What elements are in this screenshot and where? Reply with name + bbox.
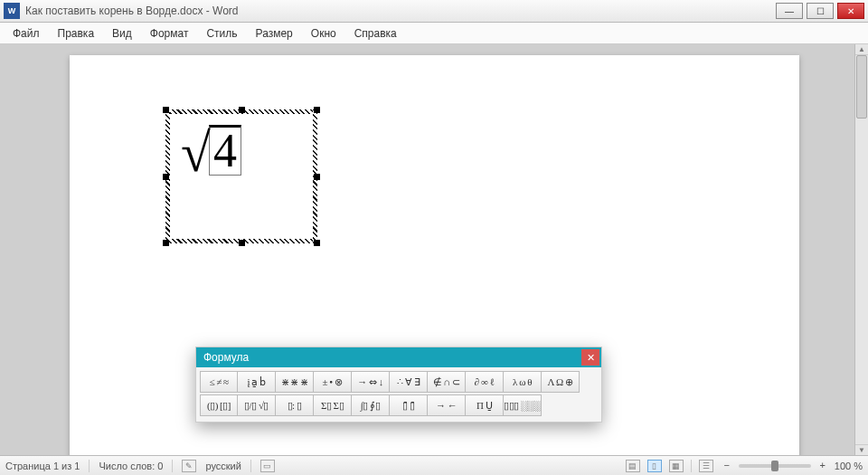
equation-object[interactable]: √ 4 (165, 109, 317, 243)
menu-view[interactable]: Вид (103, 24, 141, 43)
menu-bar: Файл Правка Вид Формат Стиль Размер Окно… (0, 23, 868, 44)
workspace: √ 4 ▲ ▼ Формула ✕ ≤ ≠ ≈ į a̱ ḃ ⋇ ⋇ ⋇ ± •… (0, 44, 868, 455)
scroll-down-arrow-icon[interactable]: ▼ (855, 444, 868, 455)
menu-style[interactable]: Стиль (197, 24, 246, 43)
close-button[interactable]: ✕ (837, 3, 864, 19)
formula-body: ≤ ≠ ≈ į a̱ ḃ ⋇ ⋇ ⋇ ± • ⊗ → ⇔ ↓ ∴ ∀ ∃ ∉ ∩… (196, 367, 601, 422)
zoom-out-button[interactable]: − (721, 460, 733, 472)
zoom-value[interactable]: 100 % (835, 461, 863, 471)
formula-btn-fractions-roots[interactable]: ▯/▯ √▯ (238, 394, 276, 416)
status-language[interactable]: русский (205, 461, 241, 471)
resize-handle[interactable] (239, 240, 245, 246)
menu-file[interactable]: Файл (4, 24, 49, 43)
window-titlebar: W Как поставить корень в Ворде.docx - Wo… (0, 0, 868, 23)
formula-btn-misc[interactable]: ∂ ∞ ℓ (466, 371, 504, 393)
formula-btn-brackets[interactable]: (▯) [▯] (200, 394, 238, 416)
resize-handle[interactable] (163, 174, 169, 180)
formula-titlebar[interactable]: Формула ✕ (196, 347, 601, 367)
formula-toolbar-window[interactable]: Формула ✕ ≤ ≠ ≈ į a̱ ḃ ⋇ ⋇ ⋇ ± • ⊗ → ⇔ ↓… (195, 347, 602, 423)
formula-btn-products[interactable]: Π U̱ (466, 394, 504, 416)
insert-mode-icon[interactable]: ▭ (260, 460, 275, 472)
formula-btn-sub-sup[interactable]: ▯: ▯ (276, 394, 314, 416)
formula-btn-accents[interactable]: į a̱ ḃ (238, 371, 276, 393)
menu-window[interactable]: Окно (302, 24, 345, 43)
formula-btn-logic[interactable]: ∴ ∀ ∃ (390, 371, 428, 393)
resize-handle[interactable] (163, 240, 169, 246)
formula-btn-overbar[interactable]: ▯̄ ▯̄ (390, 394, 428, 416)
formula-row-1: ≤ ≠ ≈ į a̱ ḃ ⋇ ⋇ ⋇ ± • ⊗ → ⇔ ↓ ∴ ∀ ∃ ∉ ∩… (200, 371, 598, 393)
vertical-scrollbar[interactable]: ▲ ▼ (854, 44, 868, 455)
formula-btn-greek-lower[interactable]: λ ω θ (504, 371, 542, 393)
formula-btn-sums[interactable]: Σ▯ Σ▯ (314, 394, 352, 416)
resize-handle[interactable] (314, 174, 320, 180)
radicand-value[interactable]: 4 (209, 125, 241, 176)
formula-btn-greek-upper[interactable]: Λ Ω ⊕ (542, 371, 580, 393)
formula-close-button[interactable]: ✕ (581, 349, 599, 366)
view-outline-icon[interactable]: ☰ (699, 460, 713, 472)
app-icon: W (4, 3, 20, 19)
spellcheck-icon[interactable]: ✎ (182, 460, 196, 472)
maximize-button[interactable]: ☐ (807, 3, 834, 19)
zoom-slider[interactable] (739, 464, 811, 468)
menu-format[interactable]: Формат (141, 24, 198, 43)
resize-handle[interactable] (163, 107, 169, 113)
resize-handle[interactable] (314, 107, 320, 113)
equation-content[interactable]: √ 4 (181, 125, 241, 176)
status-wordcount[interactable]: Число слов: 0 (99, 461, 163, 471)
window-controls: — ☐ ✕ (776, 3, 864, 19)
menu-help[interactable]: Справка (345, 24, 406, 43)
formula-btn-dots[interactable]: ⋇ ⋇ ⋇ (276, 371, 314, 393)
formula-btn-arrows[interactable]: → ⇔ ↓ (352, 371, 390, 393)
view-web-icon[interactable]: ▦ (669, 460, 684, 472)
status-page[interactable]: Страница 1 из 1 (5, 461, 80, 471)
status-bar: Страница 1 из 1 Число слов: 0 ✎ русский … (0, 455, 868, 475)
resize-handle[interactable] (314, 240, 320, 246)
formula-title-text: Формула (203, 351, 249, 364)
formula-btn-matrices[interactable]: ▯▯▯ ░░░ (504, 394, 542, 416)
menu-size[interactable]: Размер (247, 24, 302, 43)
view-print-icon[interactable]: ▯ (647, 460, 662, 472)
formula-btn-integrals[interactable]: ∫▯ ∮▯ (352, 394, 390, 416)
radical-icon: √ (181, 128, 211, 179)
zoom-thumb[interactable] (771, 461, 778, 471)
formula-btn-sets[interactable]: ∉ ∩ ⊂ (428, 371, 466, 393)
formula-row-2: (▯) [▯] ▯/▯ √▯ ▯: ▯ Σ▯ Σ▯ ∫▯ ∮▯ ▯̄ ▯̄ → … (200, 394, 598, 416)
scroll-up-arrow-icon[interactable]: ▲ (855, 44, 868, 55)
zoom-in-button[interactable]: + (816, 460, 829, 472)
scroll-thumb[interactable] (856, 55, 867, 119)
zoom-control: − + 100 % (721, 460, 863, 472)
formula-btn-relations[interactable]: ≤ ≠ ≈ (200, 371, 238, 393)
menu-edit[interactable]: Правка (49, 24, 104, 43)
view-read-icon[interactable]: ▤ (626, 460, 640, 472)
resize-handle[interactable] (239, 107, 245, 113)
minimize-button[interactable]: — (776, 3, 803, 19)
formula-btn-labeled-arrows[interactable]: → ← (428, 394, 466, 416)
window-title: Как поставить корень в Ворде.docx - Word (25, 5, 776, 17)
formula-btn-operators[interactable]: ± • ⊗ (314, 371, 352, 393)
